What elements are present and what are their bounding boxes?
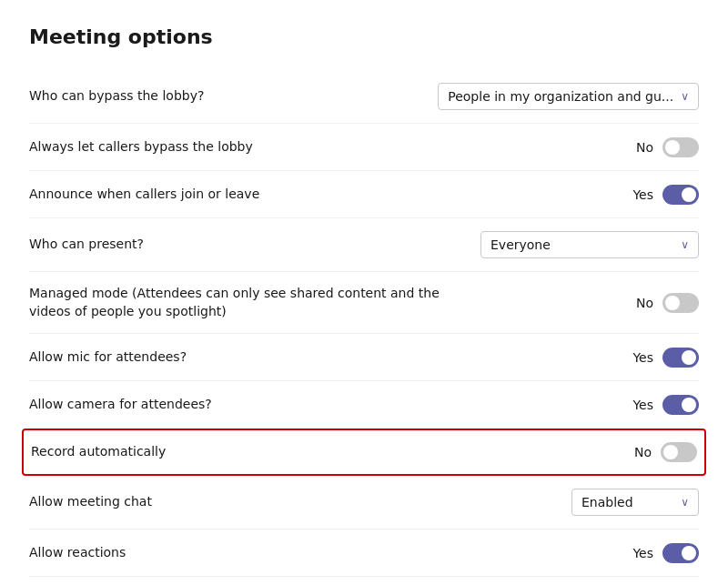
option-control-record-automatically: No [634, 442, 697, 462]
chevron-down-icon: ∨ [681, 90, 689, 103]
option-row-announce-join-leave: Announce when callers join or leaveYes [29, 171, 699, 218]
option-row-record-automatically: Record automaticallyNo [22, 429, 706, 476]
dropdown-bypass-lobby[interactable]: People in my organization and gu...∨ [438, 83, 699, 110]
meeting-options-card: Meeting options Who can bypass the lobby… [0, 0, 728, 585]
toggle-allow-camera[interactable] [662, 395, 699, 415]
option-label-who-can-present: Who can present? [29, 236, 144, 254]
toggle-value-managed-mode: No [636, 296, 653, 310]
option-label-allow-camera: Allow camera for attendees? [29, 396, 212, 414]
option-row-allow-reactions: Allow reactionsYes [29, 530, 699, 577]
dropdown-value-allow-meeting-chat: Enabled [581, 495, 633, 509]
option-control-managed-mode: No [636, 293, 699, 313]
option-control-allow-reactions: Yes [632, 543, 699, 563]
option-label-managed-mode: Managed mode (Attendees can only see sha… [29, 285, 466, 320]
dropdown-allow-meeting-chat[interactable]: Enabled∨ [571, 489, 699, 516]
toggle-managed-mode[interactable] [662, 293, 699, 313]
toggle-value-announce-join-leave: Yes [632, 187, 653, 202]
dropdown-who-can-present[interactable]: Everyone∨ [480, 231, 699, 258]
option-row-managed-mode: Managed mode (Attendees can only see sha… [29, 272, 699, 334]
toggle-allow-reactions[interactable] [662, 543, 699, 563]
page-title: Meeting options [29, 25, 699, 48]
toggle-value-allow-reactions: Yes [632, 546, 653, 560]
option-label-callers-bypass: Always let callers bypass the lobby [29, 138, 253, 156]
toggle-record-automatically[interactable] [661, 442, 697, 462]
toggle-value-record-automatically: No [634, 445, 652, 459]
option-control-allow-meeting-chat: Enabled∨ [571, 489, 699, 516]
dropdown-value-who-can-present: Everyone [490, 237, 551, 252]
chevron-down-icon: ∨ [681, 496, 689, 509]
option-control-callers-bypass: No [636, 137, 699, 157]
option-control-allow-camera: Yes [632, 395, 699, 415]
option-row-allow-mic: Allow mic for attendees?Yes [29, 334, 699, 381]
option-row-allow-meeting-chat: Allow meeting chatEnabled∨ [29, 476, 699, 530]
option-row-provide-cart: Provide CART CaptionsNo [29, 577, 699, 585]
option-label-announce-join-leave: Announce when callers join or leave [29, 186, 259, 204]
option-control-allow-mic: Yes [632, 348, 699, 368]
toggle-value-allow-mic: Yes [632, 350, 653, 365]
toggle-value-allow-camera: Yes [632, 398, 653, 412]
toggle-value-callers-bypass: No [636, 140, 653, 155]
option-row-bypass-lobby: Who can bypass the lobby?People in my or… [29, 70, 699, 124]
option-row-allow-camera: Allow camera for attendees?Yes [29, 381, 699, 429]
option-label-record-automatically: Record automatically [31, 443, 166, 461]
toggle-allow-mic[interactable] [662, 348, 699, 368]
option-label-allow-mic: Allow mic for attendees? [29, 348, 187, 367]
chevron-down-icon: ∨ [681, 238, 689, 251]
option-label-allow-reactions: Allow reactions [29, 544, 126, 562]
dropdown-value-bypass-lobby: People in my organization and gu... [448, 89, 673, 104]
option-row-callers-bypass: Always let callers bypass the lobbyNo [29, 124, 699, 171]
option-row-who-can-present: Who can present?Everyone∨ [29, 218, 699, 272]
toggle-callers-bypass[interactable] [662, 137, 699, 157]
option-control-bypass-lobby: People in my organization and gu...∨ [438, 83, 699, 110]
option-label-bypass-lobby: Who can bypass the lobby? [29, 87, 204, 106]
option-control-who-can-present: Everyone∨ [480, 231, 699, 258]
toggle-announce-join-leave[interactable] [662, 185, 699, 205]
option-control-announce-join-leave: Yes [632, 185, 699, 205]
option-label-allow-meeting-chat: Allow meeting chat [29, 493, 152, 511]
